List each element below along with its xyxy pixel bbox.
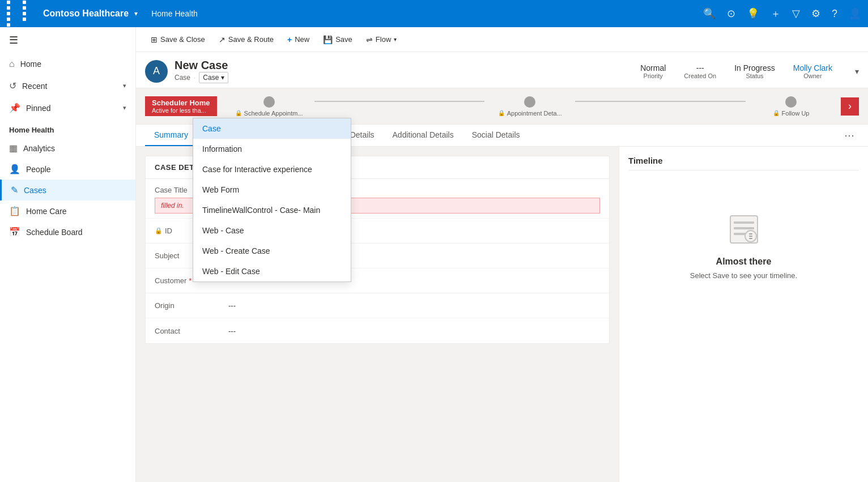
case-type-dropdown-menu: Case Information Case for Interactive ex… xyxy=(193,118,351,282)
dropdown-item-information[interactable]: Information xyxy=(193,139,351,159)
dropdown-item-editcase[interactable]: Web - Edit Case xyxy=(193,261,351,281)
dropdown-item-webform[interactable]: Web Form xyxy=(193,180,351,200)
dropdown-item-webcase[interactable]: Web - Case xyxy=(193,220,351,241)
dropdown-item-case[interactable]: Case xyxy=(193,118,351,139)
dropdown-item-interactive[interactable]: Case for Interactive experience xyxy=(193,159,351,180)
dropdown-overlay[interactable]: Case Information Case for Interactive ex… xyxy=(0,0,868,482)
dropdown-item-timeline[interactable]: TimelineWallControl - Case- Main xyxy=(193,200,351,220)
dropdown-item-createcase[interactable]: Web - Create Case xyxy=(193,241,351,261)
